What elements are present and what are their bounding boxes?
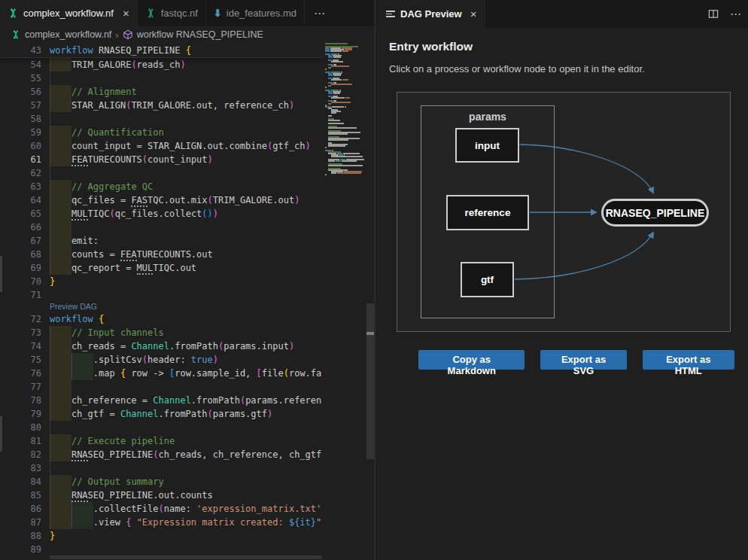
- code-area[interactable]: 43workflow RNASEQ_PIPELINE { 54 TRIM_GAL…: [0, 43, 322, 560]
- code-line[interactable]: 70}: [0, 275, 322, 288]
- code-line[interactable]: 59 // Quantification: [0, 126, 322, 139]
- minimap[interactable]: [322, 43, 366, 560]
- code-line[interactable]: 54 TRIM_GALORE(reads_ch): [0, 58, 322, 72]
- code-line[interactable]: 64 qc_files = FASTQC.out.mix(TRIM_GALORE…: [0, 193, 322, 207]
- code-token: ): [294, 195, 300, 205]
- code-line[interactable]: 83: [0, 461, 322, 475]
- code-line[interactable]: 86 .collectFile(name: 'expression_matrix…: [0, 502, 322, 516]
- code-token: {: [99, 314, 104, 324]
- code-line[interactable]: 88}: [0, 529, 322, 543]
- split-editor-icon[interactable]: [707, 8, 719, 20]
- breadcrumb-symbol[interactable]: workflow RNASEQ_PIPELINE: [137, 29, 263, 40]
- code-token: // Aggregate QC: [71, 181, 153, 192]
- more-actions-icon[interactable]: ⋯: [730, 8, 742, 21]
- code-line[interactable]: 55: [0, 72, 322, 85]
- line-number: 81: [0, 434, 41, 448]
- panel-tab-label: DAG Preview: [400, 8, 462, 20]
- code-line[interactable]: 63 // Aggregate QC: [0, 180, 322, 193]
- code-token: MUL: [71, 208, 88, 221]
- code-line[interactable]: 87 .view { "Expression matrix created: $…: [0, 516, 322, 529]
- code-line[interactable]: 67 emit:: [0, 234, 322, 248]
- code-line[interactable]: 75 .splitCsv(header: true): [0, 353, 322, 367]
- code-token: TURECOUNTS.out: [137, 249, 213, 260]
- code-token: qc_files.collect: [115, 208, 202, 219]
- code-line[interactable]: 78 ch_reference = Channel.fromPath(param…: [0, 394, 322, 407]
- code-line[interactable]: 61 FEATURECOUNTS(count_input): [0, 153, 322, 166]
- indent-rainbow-tint: [71, 353, 93, 367]
- tab-dag-preview[interactable]: DAG Preview ×: [376, 0, 485, 28]
- code-editor[interactable]: 43workflow RNASEQ_PIPELINE { 54 TRIM_GAL…: [0, 43, 374, 560]
- code-line[interactable]: 85 RNASEQ_PIPELINE.out.counts: [0, 488, 322, 502]
- line-number: 59: [0, 126, 41, 139]
- indent-rainbow-tint: [50, 221, 71, 234]
- minimap-segment: [328, 160, 335, 162]
- codelens-preview-dag[interactable]: Preview DAG: [0, 302, 322, 312]
- code-line[interactable]: 66: [0, 221, 322, 234]
- code-line[interactable]: 74 ch_reads = Channel.fromPath(params.in…: [0, 339, 322, 353]
- code-line[interactable]: 69 qc_report = MULTIQC.out: [0, 261, 322, 275]
- code-lines[interactable]: 54 TRIM_GALORE(reads_ch)5556 // Alignmen…: [0, 58, 322, 556]
- code-line[interactable]: 60 count_input = STAR_ALIGN.out.combine(…: [0, 139, 322, 153]
- line-number: 58: [0, 112, 41, 126]
- code-token: name:: [164, 504, 196, 514]
- breadcrumb-file[interactable]: complex_workflow.nf: [25, 29, 111, 40]
- code-line[interactable]: 79 ch_gtf = Channel.fromPath(params.gtf): [0, 407, 322, 421]
- code-line[interactable]: 62: [0, 166, 322, 180]
- panel-body: Entry workflow Click on a process or wor…: [376, 28, 748, 370]
- code-token: // Output summary: [71, 476, 164, 487]
- tab-complex-workflow[interactable]: complex_workflow.nf ×: [0, 0, 138, 26]
- close-icon[interactable]: ×: [123, 8, 129, 19]
- tab-fastqc[interactable]: fastqc.nf: [138, 0, 206, 26]
- code-line[interactable]: 65 MULTIQC(qc_files.collect()): [0, 207, 322, 221]
- code-line[interactable]: 56 // Alignment: [0, 85, 322, 99]
- code-line[interactable]: 82 RNASEQ_PIPELINE(ch_reads, ch_referenc…: [0, 448, 322, 461]
- code-line[interactable]: 77: [0, 380, 322, 394]
- code-line[interactable]: 73 // Input channels: [0, 326, 322, 339]
- code-line[interactable]: 72workflow {: [0, 312, 322, 326]
- code-line[interactable]: 57 STAR_ALIGN(TRIM_GALORE.out, reference…: [0, 99, 322, 112]
- code-token: // Alignment: [71, 87, 137, 97]
- line-number: 65: [0, 207, 41, 221]
- code-token: (: [131, 59, 136, 70]
- minimap-segment: [345, 106, 346, 108]
- indent-rainbow-tint: [50, 339, 71, 353]
- code-line[interactable]: 81 // Execute pipeline: [0, 434, 322, 448]
- code-line[interactable]: 68 counts = FEATURECOUNTS.out: [0, 248, 322, 261]
- tab-overflow-button[interactable]: ⋯: [305, 0, 335, 26]
- close-icon[interactable]: ×: [470, 8, 477, 20]
- code-line[interactable]: 84 // Output summary: [0, 475, 322, 488]
- minimap-segment: [342, 50, 348, 52]
- code-line[interactable]: 58: [0, 112, 322, 126]
- line-number: 71: [0, 288, 41, 302]
- code-line[interactable]: 76 .map { row -> [row.sample_id, [file(r…: [0, 367, 322, 380]
- horizontal-scrollbar[interactable]: [50, 555, 322, 559]
- code-token: Channel: [153, 395, 191, 406]
- code-line[interactable]: 71: [0, 288, 322, 302]
- tab-ide-features[interactable]: ⬇ ide_features.md: [206, 0, 305, 26]
- code-line[interactable]: 89: [0, 543, 322, 556]
- nextflow-icon: [11, 29, 21, 40]
- code-token: TIQC.out: [153, 263, 196, 273]
- line-number: 57: [0, 99, 41, 112]
- code-line[interactable]: 80: [0, 421, 322, 434]
- sticky-scroll-line[interactable]: 43workflow RNASEQ_PIPELINE {: [0, 43, 322, 58]
- indent-rainbow-tint: [50, 488, 71, 502]
- node-input[interactable]: input: [455, 128, 519, 163]
- panel-actions: ⋯: [707, 0, 742, 28]
- export-as-svg-button[interactable]: Export as SVG: [540, 350, 626, 370]
- code-token: ): [213, 208, 218, 219]
- node-rnaseq-pipeline[interactable]: RNASEQ_PIPELINE: [601, 199, 709, 227]
- minimap-segment: [325, 50, 330, 52]
- code-token: workflow: [50, 314, 99, 324]
- indent-rainbow-tint: [50, 448, 71, 461]
- node-reference[interactable]: reference: [446, 195, 529, 230]
- vertical-scrollbar[interactable]: [366, 303, 374, 459]
- indent-rainbow-tint: [50, 353, 71, 367]
- minimap-segment: [331, 172, 336, 174]
- export-as-html-button[interactable]: Export as HTML: [643, 350, 734, 370]
- minimap-segment: [328, 120, 340, 121]
- minimap-segment: [331, 97, 345, 99]
- node-gtf[interactable]: gtf: [461, 262, 514, 297]
- line-number: 64: [0, 193, 41, 207]
- copy-as-markdown-button[interactable]: Copy as Markdown: [418, 350, 525, 370]
